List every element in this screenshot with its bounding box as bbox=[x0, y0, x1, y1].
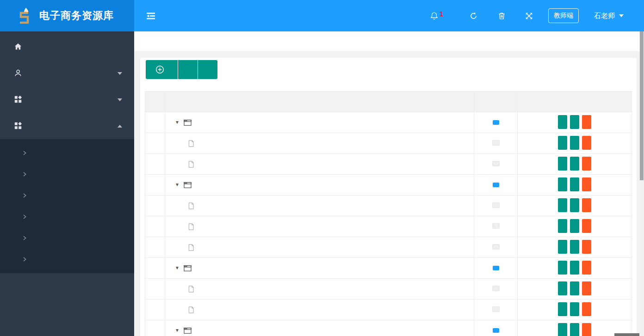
row-action-edit-button[interactable] bbox=[570, 281, 579, 295]
type-badge-section bbox=[492, 286, 500, 291]
username: 石老师 bbox=[594, 12, 615, 20]
topbar-main: 1 bbox=[134, 0, 644, 31]
sidebar-subitem-5[interactable] bbox=[0, 249, 134, 270]
row-action-delete-button[interactable] bbox=[582, 157, 591, 171]
section-file-icon bbox=[188, 202, 194, 210]
row-action-add-section-button[interactable] bbox=[558, 323, 567, 336]
type-badge-section bbox=[492, 244, 500, 250]
notification-count-badge: 1 bbox=[440, 10, 443, 18]
row-action-delete-button[interactable] bbox=[582, 323, 591, 336]
grid-icon bbox=[14, 122, 23, 130]
fullscreen-icon[interactable] bbox=[525, 12, 533, 20]
header-index bbox=[145, 92, 165, 112]
row-action-edit-button[interactable] bbox=[570, 219, 579, 233]
row-action-delete-button[interactable] bbox=[582, 177, 591, 191]
row-action-delete-button[interactable] bbox=[582, 261, 591, 275]
chevron-right-icon bbox=[22, 193, 27, 198]
refresh-icon[interactable] bbox=[469, 12, 478, 20]
sidebar-subitem-4[interactable] bbox=[0, 227, 134, 249]
row-action-edit-button[interactable] bbox=[570, 302, 579, 316]
row-actions-cell bbox=[518, 299, 632, 320]
table-row: ▼ bbox=[145, 175, 632, 195]
header-actions bbox=[518, 92, 632, 112]
notifications-button[interactable]: 1 bbox=[430, 12, 443, 20]
row-action-edit-button[interactable] bbox=[570, 115, 579, 129]
row-name-cell bbox=[165, 223, 474, 231]
row-action-delete-button[interactable] bbox=[582, 281, 591, 295]
tree-collapse-caret[interactable]: ▼ bbox=[175, 328, 180, 333]
row-action-edit-button[interactable] bbox=[570, 157, 579, 171]
toolbar-button-1[interactable] bbox=[178, 60, 198, 79]
row-action-resource-manage-button[interactable] bbox=[558, 136, 567, 150]
row-actions-cell bbox=[518, 258, 632, 279]
row-action-add-section-button[interactable] bbox=[558, 115, 567, 129]
table-header bbox=[145, 92, 632, 112]
row-action-resource-manage-button[interactable] bbox=[558, 219, 567, 233]
vertical-scrollbar[interactable] bbox=[639, 31, 644, 336]
header-chapter-name bbox=[165, 92, 474, 112]
row-action-delete-button[interactable] bbox=[582, 219, 591, 233]
sidebar-subitem-0[interactable] bbox=[0, 142, 134, 164]
row-index bbox=[145, 258, 165, 279]
table-row: ▼ bbox=[145, 112, 632, 133]
sidebar-subitem-3[interactable] bbox=[0, 206, 134, 227]
sidebar-subitem-1[interactable] bbox=[0, 164, 134, 185]
tree-collapse-caret[interactable]: ▼ bbox=[175, 120, 180, 125]
home-icon bbox=[14, 43, 23, 51]
row-name-cell: ▼ bbox=[165, 119, 474, 126]
row-actions-cell bbox=[518, 133, 632, 154]
table-row bbox=[145, 195, 632, 216]
row-action-resource-manage-button[interactable] bbox=[558, 302, 567, 316]
type-badge-section bbox=[492, 140, 500, 146]
row-name-cell bbox=[165, 202, 474, 210]
row-action-delete-button[interactable] bbox=[582, 136, 591, 150]
section-file-icon bbox=[188, 223, 194, 231]
section-file-icon bbox=[188, 140, 194, 147]
row-index bbox=[145, 133, 165, 154]
vertical-scrollbar-thumb[interactable] bbox=[640, 31, 644, 180]
user-dropdown[interactable]: 石老师 bbox=[594, 12, 624, 20]
row-action-edit-button[interactable] bbox=[570, 136, 579, 150]
table-row bbox=[145, 216, 632, 237]
header-type bbox=[474, 92, 518, 112]
row-action-edit-button[interactable] bbox=[570, 198, 579, 212]
caret-up-icon bbox=[118, 125, 122, 128]
type-badge-section bbox=[492, 306, 500, 312]
sidebar-item-1[interactable] bbox=[0, 60, 134, 86]
row-action-edit-button[interactable] bbox=[570, 261, 579, 275]
tree-collapse-caret[interactable]: ▼ bbox=[175, 183, 180, 187]
row-action-add-section-button[interactable] bbox=[558, 261, 567, 275]
sidebar bbox=[0, 31, 134, 336]
section-file-icon bbox=[188, 160, 194, 168]
row-action-delete-button[interactable] bbox=[582, 302, 591, 316]
row-action-delete-button[interactable] bbox=[582, 198, 591, 212]
collapse-menu-icon[interactable] bbox=[145, 10, 157, 22]
sidebar-item-3[interactable] bbox=[0, 113, 134, 139]
row-action-edit-button[interactable] bbox=[570, 240, 579, 254]
trash-icon[interactable] bbox=[497, 12, 506, 20]
row-action-delete-button[interactable] bbox=[582, 240, 591, 254]
tree-collapse-caret[interactable]: ▼ bbox=[175, 266, 180, 270]
sidebar-subitem-2[interactable] bbox=[0, 185, 134, 206]
horizontal-scrollbar-thumb[interactable] bbox=[614, 333, 639, 336]
row-action-delete-button[interactable] bbox=[582, 115, 591, 129]
row-name-cell bbox=[165, 160, 474, 168]
logo-emblem-icon bbox=[17, 7, 32, 24]
row-action-resource-manage-button[interactable] bbox=[558, 281, 567, 295]
toolbar-button-2[interactable] bbox=[198, 60, 217, 79]
row-action-resource-manage-button[interactable] bbox=[558, 240, 567, 254]
plus-circle-icon bbox=[155, 65, 164, 74]
grid-icon bbox=[14, 95, 23, 104]
row-action-add-section-button[interactable] bbox=[558, 177, 567, 191]
app-logo: 电子商务资源库 bbox=[0, 0, 134, 31]
row-action-edit-button[interactable] bbox=[570, 323, 579, 336]
type-badge-section bbox=[492, 161, 500, 166]
row-action-resource-manage-button[interactable] bbox=[558, 157, 567, 171]
sidebar-item-2[interactable] bbox=[0, 86, 134, 113]
row-actions-cell bbox=[518, 154, 632, 175]
row-action-resource-manage-button[interactable] bbox=[558, 198, 567, 212]
row-action-edit-button[interactable] bbox=[570, 177, 579, 191]
toolbar-button-0[interactable] bbox=[146, 60, 178, 79]
sidebar-item-0[interactable] bbox=[0, 34, 134, 60]
teacher-mode-button[interactable]: 教师端 bbox=[548, 8, 579, 23]
